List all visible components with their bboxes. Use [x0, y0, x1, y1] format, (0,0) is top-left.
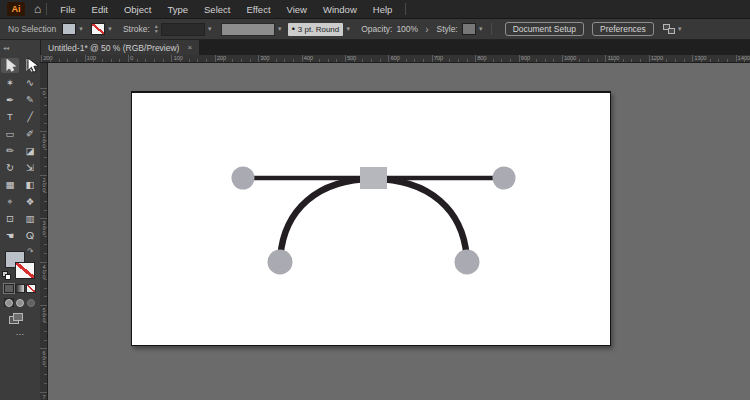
brush-chevron-icon[interactable]: ▼ — [345, 26, 351, 32]
handle-endpoint[interactable] — [455, 250, 480, 275]
profile-chevron-icon[interactable]: ▼ — [277, 26, 283, 32]
pen-tool[interactable]: ✒ — [1, 92, 19, 107]
handle-endpoint[interactable] — [493, 167, 516, 190]
menu-item-file[interactable]: File — [52, 0, 83, 19]
variable-width-profile-select[interactable] — [221, 23, 275, 36]
ruler-label: 700 — [40, 394, 48, 400]
menu-item-type[interactable]: Type — [159, 0, 196, 19]
handle-endpoint[interactable] — [232, 167, 255, 190]
eyedropper-tool[interactable]: ⌖ — [1, 194, 19, 209]
draw-behind-button[interactable] — [15, 298, 25, 307]
gradient-button[interactable] — [15, 284, 25, 293]
ruler-label: 0 — [40, 90, 48, 95]
opacity-value[interactable]: 100% — [396, 24, 418, 34]
menu-item-select[interactable]: Select — [196, 0, 238, 19]
stroke-weight-stepper[interactable]: ▲ ▼ — [154, 24, 159, 34]
rectangle-tool[interactable]: ▭ — [1, 126, 19, 141]
brush-definition-value: 3 pt. Round — [298, 25, 339, 34]
opacity-overflow-chevron-icon[interactable]: › — [425, 24, 428, 35]
app-logo-icon[interactable]: Ai — [7, 2, 25, 16]
canvas-area[interactable] — [48, 63, 750, 400]
tab-close-icon[interactable]: × — [187, 43, 192, 52]
line-segment-tool[interactable]: ╱ — [21, 109, 39, 124]
handle-endpoint[interactable] — [268, 250, 293, 275]
type-tool[interactable]: T — [1, 109, 19, 124]
bezier-curve[interactable] — [280, 179, 467, 262]
stroke-label[interactable]: Stroke: — [123, 24, 150, 34]
column-graph-tool[interactable]: ▥ — [21, 211, 39, 226]
artboard[interactable] — [131, 91, 611, 346]
opacity-label[interactable]: Opacity: — [361, 24, 392, 34]
curvature-tool[interactable]: ✎ — [21, 92, 39, 107]
menu-item-view[interactable]: View — [279, 0, 315, 19]
paintbrush-tool[interactable]: ✐ — [21, 126, 39, 141]
menu-item-help[interactable]: Help — [365, 0, 401, 19]
magic-wand-tool[interactable]: ✶ — [1, 75, 19, 90]
document-setup-button[interactable]: Document Setup — [505, 22, 584, 36]
ruler-label: 500 — [347, 55, 356, 62]
workspace-chevron-icon[interactable]: ▼ — [677, 26, 683, 32]
arrow-glyph — [5, 59, 16, 72]
style-label[interactable]: Style: — [436, 24, 457, 34]
lasso-tool[interactable]: ∿ — [21, 75, 39, 90]
stroke-chevron-icon[interactable]: ▼ — [107, 26, 113, 32]
gradient-tool[interactable]: ◧ — [21, 177, 39, 192]
selection-tool[interactable] — [1, 58, 19, 73]
fill-color-swatch[interactable] — [62, 23, 76, 35]
menu-bar: Ai ⌂ FileEditObjectTypeSelectEffectViewW… — [0, 0, 750, 19]
color-button[interactable] — [4, 284, 14, 293]
paint-mode-buttons — [4, 284, 36, 293]
tools-grid: ✶∿✒✎T╱▭✐✏◪↻⇲▦◧⌖❖⊡▥☚ⵕ — [0, 55, 40, 244]
bezier-artwork[interactable] — [132, 93, 610, 345]
mesh-tool[interactable]: ▦ — [1, 177, 19, 192]
none-slash-icon — [92, 24, 104, 34]
selection-status: No Selection — [8, 24, 60, 34]
brush-thumbnail-icon: • — [292, 24, 295, 34]
none-slash-icon — [27, 285, 35, 292]
menu-item-effect[interactable]: Effect — [238, 0, 278, 19]
default-fill-stroke-icon[interactable] — [2, 271, 11, 279]
document-tab[interactable]: Untitled-1* @ 50 % (RGB/Preview) × — [41, 40, 199, 55]
anchor-point[interactable] — [360, 167, 387, 189]
rotate-tool[interactable]: ↻ — [1, 160, 19, 175]
draw-normal-button[interactable] — [4, 298, 14, 307]
toolbar-panel-header[interactable]: ◂◂ — [0, 40, 40, 55]
scale-tool[interactable]: ⇲ — [21, 160, 39, 175]
stepper-down-icon[interactable]: ▼ — [154, 29, 159, 34]
stroke-weight-chevron-icon[interactable]: ▼ — [207, 26, 213, 32]
horizontal-ruler[interactable]: 2001000100200300400500600700800900100011… — [40, 55, 750, 63]
menu-item-edit[interactable]: Edit — [84, 0, 116, 19]
menu-item-window[interactable]: Window — [315, 0, 365, 19]
swap-fill-stroke-icon[interactable]: ↷ — [27, 247, 34, 256]
blend-tool[interactable]: ❖ — [21, 194, 39, 209]
ruler-label: 800 — [477, 55, 486, 62]
pencil-tool[interactable]: ✏ — [1, 143, 19, 158]
workspace-icon[interactable] — [663, 24, 675, 35]
draw-inside-button[interactable] — [26, 298, 36, 307]
collapse-panel-icon[interactable]: ◂◂ — [3, 44, 9, 51]
eraser-tool[interactable]: ◪ — [21, 143, 39, 158]
screen-mode-button[interactable] — [9, 313, 22, 323]
divider — [405, 3, 406, 15]
ruler-label: 900 — [521, 55, 530, 62]
artboard-tool[interactable]: ⊡ — [1, 211, 19, 226]
stroke-color-swatch[interactable] — [91, 23, 105, 35]
divider — [46, 3, 47, 15]
hand-tool[interactable]: ☚ — [1, 228, 19, 243]
style-swatch[interactable] — [462, 23, 476, 35]
preferences-button[interactable]: Preferences — [592, 22, 654, 36]
brush-definition-select[interactable]: • 3 pt. Round — [288, 23, 344, 36]
toolbar-overflow-button[interactable]: … — [0, 327, 40, 337]
stroke-swatch[interactable] — [15, 262, 35, 279]
ruler-label: 600 — [390, 55, 399, 62]
zoom-tool[interactable]: ⵕ — [21, 228, 39, 243]
fill-chevron-icon[interactable]: ▼ — [78, 26, 84, 32]
style-chevron-icon[interactable]: ▼ — [478, 26, 484, 32]
ruler-label: 300 — [260, 55, 269, 62]
none-button[interactable] — [26, 284, 36, 293]
home-icon[interactable]: ⌂ — [34, 3, 41, 15]
document-tab-title: Untitled-1* @ 50 % (RGB/Preview) — [48, 43, 179, 53]
vertical-ruler[interactable]: 0100200300400500600700 — [40, 63, 48, 400]
stroke-weight-input[interactable] — [161, 23, 205, 36]
menu-item-object[interactable]: Object — [116, 0, 159, 19]
